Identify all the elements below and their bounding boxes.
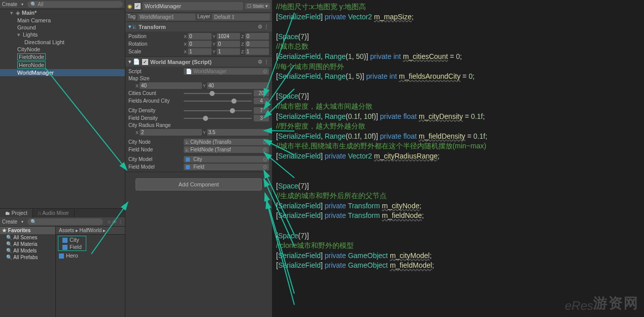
crr-x-input[interactable]: 2 <box>140 129 201 136</box>
hierarchy-panel: Create▾ 🔍 All Main* Main Camera Ground L… <box>0 0 125 208</box>
citymodel-label: City Model <box>128 156 182 162</box>
citynode-label: City Node <box>128 139 182 145</box>
fieldmodel-field[interactable]: Field⊙ <box>184 164 269 170</box>
project-search[interactable]: 🔍 <box>27 218 103 225</box>
fieldnode-label: Field Node <box>128 147 182 152</box>
tab-project[interactable]: 🖿 Project <box>0 209 33 217</box>
fac-label: Fields Around City <box>128 98 182 104</box>
watermark: eRes <box>565 299 593 313</box>
scene-root[interactable]: Main* <box>0 9 125 17</box>
scale-label: Scale <box>128 49 182 54</box>
favorite-item[interactable]: 🔍 All Models <box>0 247 55 254</box>
cities-value[interactable]: 20 <box>254 90 269 97</box>
favorites-header[interactable]: ★ Favorites <box>0 227 55 234</box>
crr-label: City Radius Range <box>128 122 182 128</box>
citynode-field[interactable]: ⟀ CityNode (Transfo⊙ <box>184 139 269 145</box>
fd-label: Field Density <box>128 115 182 121</box>
inspector-panel: ◉ ✓ WorldManager ☐ Static ▾ Tag WorldMan… <box>125 0 272 317</box>
position-label: Position <box>128 34 182 39</box>
cd-value[interactable]: 7 <box>254 107 269 114</box>
hierarchy-item[interactable]: HeroNode <box>0 61 125 69</box>
add-component-button[interactable]: Add Component <box>135 178 262 191</box>
project-panel: 🖿 Project ⎍ Audio Mixer Create▾ 🔍 ☆ 👁 ⋮ … <box>0 208 125 317</box>
mapsize-x-input[interactable]: 40 <box>140 82 201 89</box>
static-toggle[interactable]: ☐ Static ▾ <box>245 3 270 9</box>
rotation-label: Rotation <box>128 41 182 47</box>
favorite-item[interactable]: 🔍 All Materia <box>0 241 55 247</box>
gameobject-name-input[interactable]: WorldManager <box>143 2 243 10</box>
layer-dropdown[interactable]: Default ‡ <box>212 14 270 20</box>
cities-label: Cities Count <box>128 90 182 96</box>
scl-y-input[interactable]: 1 <box>217 48 241 55</box>
watermark: 游资网 <box>593 294 639 313</box>
tag-dropdown[interactable]: WorldManage‡ <box>138 14 195 20</box>
favorite-item[interactable]: 🔍 All Prefabs <box>0 254 55 261</box>
fd-slider[interactable] <box>184 118 252 119</box>
hierarchy-search[interactable]: 🔍 All <box>27 1 123 8</box>
pos-z-input[interactable]: 0 <box>245 33 269 40</box>
asset-item[interactable]: Hero <box>56 252 125 259</box>
worldmanager-header[interactable]: ▾ 📄 ✓ World Manager (Script)⚙ ⋮ <box>125 57 272 67</box>
cd-slider[interactable] <box>184 110 252 111</box>
pos-x-input[interactable]: 0 <box>188 33 212 40</box>
hierarchy-item[interactable]: CityNode <box>0 46 125 53</box>
tag-label: Tag <box>127 14 135 20</box>
citymodel-field[interactable]: City⊙ <box>184 156 269 163</box>
mapsize-y-input[interactable]: 40 <box>207 82 269 89</box>
hierarchy-item-selected[interactable]: WorldManager <box>0 69 125 76</box>
gear-icon[interactable]: ⚙ ⋮ <box>258 59 269 65</box>
fac-value[interactable]: 4 <box>254 98 269 104</box>
hierarchy-item[interactable]: Lights <box>0 31 125 39</box>
fac-slider[interactable] <box>184 101 252 102</box>
cd-label: City Density <box>128 108 182 113</box>
cities-slider[interactable] <box>184 93 252 94</box>
script-label: Script <box>128 69 182 74</box>
project-create-menu[interactable]: Create <box>2 219 17 225</box>
crr-y-input[interactable]: 3.5 <box>207 129 269 136</box>
rot-z-input[interactable]: 0 <box>245 41 269 47</box>
code-editor: //地图尺寸:x:地图宽 y:地图高 [SerializeField] priv… <box>272 0 644 317</box>
rot-x-input[interactable]: 0 <box>188 41 212 47</box>
layer-label: Layer <box>197 14 210 20</box>
scl-x-input[interactable]: 1 <box>188 48 212 55</box>
script-field[interactable]: 📄 WorldManager⊙ <box>184 68 269 75</box>
hierarchy-item[interactable]: Ground <box>0 24 125 31</box>
fieldmodel-label: Field Model <box>128 164 182 170</box>
fd-value[interactable]: 3 <box>254 115 269 121</box>
hierarchy-item[interactable]: Main Camera <box>0 17 125 24</box>
transform-header[interactable]: ▾ ⟀ Transform⚙ ⋮ <box>125 22 272 31</box>
scl-z-input[interactable]: 1 <box>245 48 269 55</box>
tab-audiomixer[interactable]: ⎍ Audio Mixer <box>33 209 75 217</box>
rot-y-input[interactable]: 0 <box>217 41 241 47</box>
hierarchy-item[interactable]: FieldNode <box>0 53 125 61</box>
gear-icon[interactable]: ⚙ ⋮ <box>258 24 269 29</box>
mapsize-label: Map Size <box>128 76 182 81</box>
asset-item[interactable]: Field <box>59 243 85 250</box>
asset-item[interactable]: City <box>59 236 85 243</box>
fieldnode-field[interactable]: ⟀ FieldNode (Transf⊙ <box>184 146 269 153</box>
create-menu[interactable]: Create <box>2 2 17 7</box>
favorite-item[interactable]: 🔍 All Scenes <box>0 234 55 241</box>
active-checkbox[interactable]: ✓ <box>134 3 141 9</box>
breadcrumb[interactable]: Assets ▸ HalfWorld ▸ <box>56 227 125 235</box>
pos-y-input[interactable]: 1024 <box>217 33 241 40</box>
hierarchy-item[interactable]: Directional Light <box>0 39 125 46</box>
